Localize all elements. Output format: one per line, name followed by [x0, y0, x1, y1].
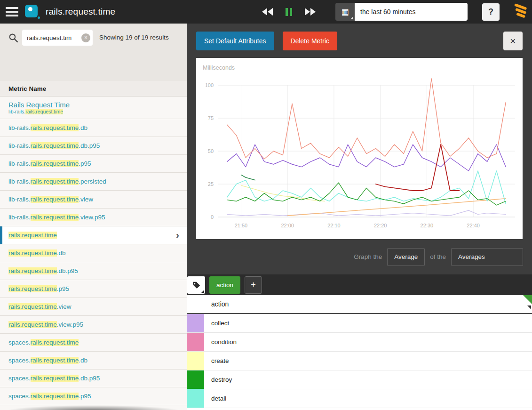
metric-name-pre: lib-rails.: [8, 124, 31, 131]
tag-value-row[interactable]: create: [187, 352, 532, 370]
svg-text:22:00: 22:00: [281, 223, 294, 228]
tag-color-swatch: [187, 352, 204, 370]
search-highlight: rails.request.time: [31, 375, 79, 382]
metric-list-item[interactable]: rails.request.time.db: [0, 244, 187, 262]
metric-sidebar: × Showing 19 of 19 results Metric Name R…: [0, 24, 187, 410]
metric-list-item[interactable]: lib-rails.rails.request.time.db.p95: [0, 137, 187, 155]
metric-name-post: .p95: [79, 393, 91, 400]
metric-label: rails.request.time.view: [8, 303, 71, 310]
metric-list-item[interactable]: rails.request.time.view: [0, 298, 187, 316]
solarwinds-logo[interactable]: [510, 0, 532, 24]
search-highlight: rails.request.time: [31, 357, 79, 364]
metric-name-pre: spaces.: [8, 357, 31, 364]
tag-icon: [192, 281, 201, 289]
tag-value-table: action collectconditioncreatedestroydeta…: [187, 295, 532, 410]
tag-menu-button[interactable]: [187, 276, 205, 294]
tag-value-row[interactable]: detail: [187, 389, 532, 408]
metric-name-pre: lib-rails.: [8, 214, 31, 221]
calendar-button[interactable]: ▦: [335, 3, 355, 21]
tag-color-swatch: [187, 370, 204, 389]
tag-value-row[interactable]: condition: [187, 333, 532, 352]
metric-list-item[interactable]: rails.request.time.view.p95: [0, 316, 187, 334]
tag-action-button[interactable]: action: [209, 276, 240, 294]
search-highlight: rails.request.time: [8, 232, 57, 239]
metric-name-post: .p95: [79, 160, 91, 167]
solarwinds-flame-icon: [513, 3, 530, 20]
metric-detail-panel: Set Default Attributes Delete Metric × 2…: [187, 24, 532, 410]
metric-label: lib-rails.rails.request.time.db.p95: [8, 142, 100, 149]
search-highlight: rails.request.time: [31, 160, 79, 167]
metric-label: rails.request.time.db.p95: [8, 267, 78, 274]
svg-text:75: 75: [208, 115, 214, 121]
metric-list-item[interactable]: lib-rails.rails.request.time.view.p95: [0, 209, 187, 226]
metric-label: rails.request.time: [8, 232, 57, 239]
metric-list-item[interactable]: lib-rails.rails.request.time.persisted: [0, 173, 187, 191]
metric-list-item[interactable]: lib-rails.rails.request.time.p95: [0, 155, 187, 173]
tag-table-header-label: action: [211, 300, 229, 308]
search-highlight: rails.request.time: [8, 249, 57, 257]
search-zone: × Showing 19 of 19 results: [0, 24, 187, 81]
page-title: rails.request.time: [46, 7, 115, 17]
clear-search-button[interactable]: ×: [81, 33, 90, 42]
time-range-input[interactable]: [355, 3, 468, 21]
set-default-attributes-button[interactable]: Set Default Attributes: [196, 32, 274, 50]
search-highlight: rails.request.time: [8, 303, 57, 310]
metric-name-pre: lib-rails.: [8, 109, 25, 114]
tag-color-swatch: [187, 389, 204, 408]
hamburger-menu-icon[interactable]: [6, 7, 18, 16]
search-icon: [8, 33, 18, 45]
tag-table-rows: collectconditioncreatedestroydetail: [187, 314, 532, 408]
pause-button[interactable]: [286, 8, 292, 16]
svg-text:22:40: 22:40: [467, 223, 480, 228]
tag-value-row[interactable]: collect: [187, 314, 532, 333]
svg-text:50: 50: [208, 148, 214, 154]
search-highlight: rails.request.time: [31, 339, 79, 346]
librato-logo: [25, 5, 39, 19]
metric-list-item[interactable]: lib-rails.rails.request.time.db: [0, 119, 187, 137]
add-tag-button[interactable]: +: [245, 276, 262, 294]
metric-label: lib-rails.rails.request.time.db: [8, 124, 87, 131]
rewind-button[interactable]: [262, 8, 273, 16]
metric-label: spaces.rails.request.time.db.p95: [8, 375, 100, 382]
search-highlight: rails.request.time: [8, 321, 57, 328]
delete-metric-button[interactable]: Delete Metric: [283, 32, 337, 50]
metric-name-pre: lib-rails.: [8, 196, 31, 203]
metric-name-post: .view.p95: [57, 321, 83, 328]
corner-caret-icon[interactable]: [527, 305, 531, 309]
metric-name-post: .p95: [57, 285, 69, 292]
help-button[interactable]: ?: [482, 3, 500, 21]
search-highlight: rails.request.time: [25, 109, 63, 114]
metric-name-post: .db: [79, 357, 87, 364]
search-highlight: rails.request.time: [31, 214, 79, 221]
metric-list-item[interactable]: spaces.rails.request.time.p95: [0, 387, 187, 405]
tag-value-label: create: [211, 357, 229, 364]
stat-select[interactable]: Average: [387, 248, 425, 266]
metric-list-item[interactable]: spaces.rails.request.time.db.p95: [0, 370, 187, 387]
metric-list-item[interactable]: Rails Request Timelib-rails.rails.reques…: [0, 96, 187, 119]
metric-label: rails.request.time.db: [8, 249, 66, 257]
svg-text:22:10: 22:10: [327, 223, 341, 228]
chart-units-label: Milliseconds: [203, 64, 235, 71]
source-select[interactable]: Averages: [451, 248, 523, 266]
svg-text:100: 100: [205, 82, 214, 88]
metric-list-item[interactable]: rails.request.time.db.p95: [0, 262, 187, 280]
chart-panel: 21:5022:0022:1022:2022:3022:400255075100…: [196, 58, 523, 239]
chart-canvas: 21:5022:0022:1022:2022:3022:400255075100: [196, 58, 523, 239]
metric-list-item[interactable]: lib-rails.rails.request.time.view: [0, 191, 187, 209]
tag-value-row[interactable]: destroy: [187, 370, 532, 389]
metric-label: spaces.rails.request.time: [8, 339, 79, 346]
search-highlight: rails.request.time: [31, 196, 79, 203]
metric-list-item[interactable]: spaces.rails.request.time.db: [0, 352, 187, 370]
metric-list-item[interactable]: spaces.rails.request.time: [0, 334, 187, 352]
metric-label: rails.request.time.p95: [8, 285, 69, 292]
fast-forward-button[interactable]: [305, 8, 316, 16]
close-button[interactable]: ×: [503, 32, 523, 50]
metric-title: Rails Request Time: [8, 101, 70, 109]
metric-list-item[interactable]: rails.request.time.p95: [0, 280, 187, 298]
search-highlight: rails.request.time: [8, 267, 57, 274]
metric-name-post: .view: [79, 196, 93, 203]
metric-list-item[interactable]: rails.request.time›: [0, 226, 187, 244]
metric-label: rails.request.time.view.p95: [8, 321, 83, 328]
tag-value-label: detail: [211, 395, 226, 402]
corner-badge[interactable]: [523, 295, 532, 304]
